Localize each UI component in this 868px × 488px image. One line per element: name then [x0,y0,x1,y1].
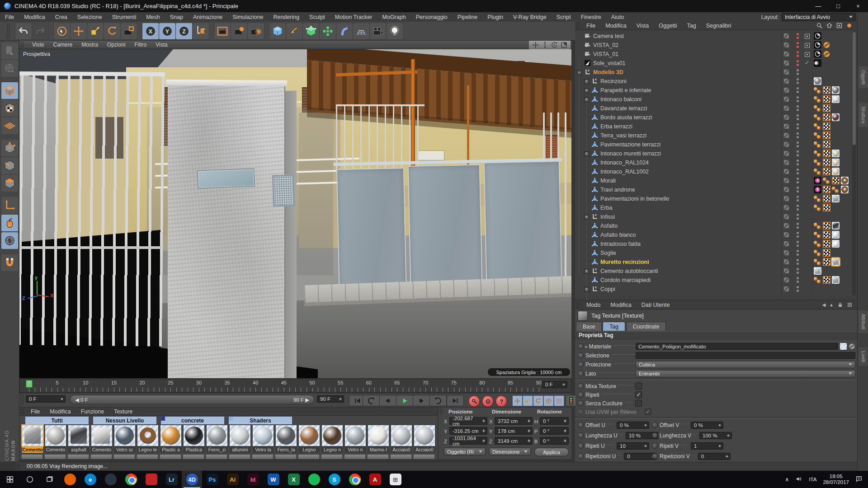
visibility-dots[interactable] [797,203,799,212]
material-thumbnail-tag[interactable] [841,177,849,184]
render-settings-button[interactable] [248,23,264,39]
phong-tag[interactable] [832,186,840,193]
proiezione-dropdown[interactable]: Cubica [636,361,855,368]
menu-item-pipeline[interactable]: Pipeline [453,14,482,20]
animation-dot[interactable] [578,443,584,449]
animation-dot[interactable] [578,361,584,367]
minimize-button[interactable]: — [808,0,828,12]
close-button[interactable]: × [848,0,868,12]
texture-tag[interactable] [823,104,830,112]
spline-pen-button[interactable] [286,23,302,39]
menu-item-mostra[interactable]: Mostra [77,42,103,48]
menu-item-modifica[interactable]: Modifica [45,408,76,415]
phong-tag[interactable] [814,231,821,239]
attribute-manager-grip[interactable] [576,301,580,308]
object-row-intonaco-muretti-terrazzi[interactable]: +Intonaco muretti terrazzi [575,149,857,158]
material-cemento[interactable]: Cemento [45,425,66,453]
primitive-cube-button[interactable] [269,23,286,39]
lock-icon[interactable] [837,302,843,308]
animation-dot[interactable] [578,371,584,376]
protection-tag[interactable] [823,50,830,58]
object-row-recinzioni[interactable]: +0Recinzioni [575,77,857,86]
record-keyframe-button[interactable] [468,395,480,407]
play-button[interactable] [396,395,413,406]
language-indicator[interactable]: ITA [809,477,816,482]
ripeti-v-input[interactable]: 1 [691,442,723,450]
viewport-capture-button[interactable] [1,215,18,231]
skype-icon[interactable]: S [324,471,344,488]
visibility-dots[interactable] [797,194,799,203]
material-thumbnail-tag[interactable] [832,113,840,121]
texture-mode-button[interactable] [1,100,18,117]
visibility-dots[interactable] [797,249,799,258]
visibility-dots[interactable] [797,176,799,185]
add-view-icon[interactable] [836,22,843,29]
menu-item-modifica[interactable]: Modifica [19,14,50,20]
timeline-ruler[interactable]: 0 F 051015202530354045505560657075808590 [19,379,571,393]
cinema4d-icon[interactable]: 4D [182,471,202,488]
layer-toggle[interactable] [784,70,789,75]
expand-toggle[interactable]: + [584,269,589,274]
layer-toggle[interactable] [784,33,789,38]
menu-item-motion-tracker[interactable]: Motion Tracker [330,14,377,20]
previous-frame-button[interactable] [379,395,396,406]
camera-tag[interactable] [814,32,821,40]
phong-tag[interactable] [814,222,821,230]
menu-item-vista[interactable]: Vista [632,23,654,29]
lock-x-button[interactable]: X [142,23,159,39]
layer-toggle[interactable] [784,250,789,255]
layer-tab-tutti[interactable]: Tutti [25,416,89,425]
animation-dot[interactable] [652,422,658,428]
layout-select[interactable]: Interfaccia di Avvio [782,13,856,21]
key-position-toggle[interactable] [512,395,523,406]
material-thumbnail-tag[interactable] [832,150,840,157]
history-nav-icon[interactable]: ◀ [822,302,826,307]
edge-icon[interactable]: e [80,471,100,488]
polygons-mode-button[interactable] [1,175,18,192]
search-icon[interactable] [816,22,823,29]
magnet-tool-button[interactable] [1,254,18,271]
texture-tag[interactable] [823,195,830,202]
selezione-input[interactable] [636,352,855,359]
goto-end-button[interactable] [447,395,464,406]
rotation-b-input[interactable]: 0 ° [540,437,569,445]
menu-item-file[interactable]: File [0,14,19,20]
autokey-button[interactable] [482,395,494,407]
menu-item-modifica[interactable]: Modifica [600,23,632,29]
record-options-button[interactable]: ? [495,395,507,407]
layer-toggle[interactable] [784,187,789,192]
material-thumbnail-tag[interactable] [832,195,840,202]
texture-tag[interactable] [823,159,830,166]
material-thumbnail-tag[interactable] [832,240,840,248]
dimension-mode-dropdown[interactable]: Dimensione [489,448,531,455]
ripeti-checkbox[interactable]: ✓ [635,391,642,398]
object-row-vista-02[interactable]: VISTA_02 [575,41,857,50]
coordinate-system-button[interactable] [193,23,209,39]
position-x-input[interactable]: -202.687 cm [449,417,487,425]
expand-toggle[interactable]: + [584,215,589,220]
animation-dot[interactable] [578,409,584,415]
texture-tag[interactable] [823,186,830,193]
firefox-icon[interactable] [60,471,80,488]
key-parameter-toggle[interactable]: P [543,395,554,406]
menu-item-filtro[interactable]: Filtro [130,42,151,48]
phong-tag[interactable] [814,141,821,148]
menu-item-aiuto[interactable]: Aiuto [606,14,629,20]
animation-dot[interactable] [578,352,584,358]
animation-dot[interactable] [578,343,584,349]
texture-preview-icon[interactable] [840,343,847,350]
zoom-view-button[interactable] [541,41,549,49]
senza-cuciture-checkbox[interactable] [635,400,642,407]
chrome-secondary-icon[interactable] [344,471,365,488]
object-row-pavimentazione-terrazzi[interactable]: Pavimentazione terrazzi [575,140,857,149]
expand-toggle[interactable]: − [577,70,582,75]
next-frame-button[interactable] [413,395,430,406]
object-row-asfalto[interactable]: Asfalto [575,221,857,230]
menu-item-segnalibri[interactable]: Segnalibri [701,23,736,29]
active-camera-toggle[interactable] [805,52,810,57]
visibility-dots[interactable] [797,167,799,176]
object-row-terra-vasi-terrazzi[interactable]: Terra_vasi terrazzi [575,131,857,140]
side-tab-attributi[interactable]: Attributi [859,310,868,333]
object-row-erba-terrazzi[interactable]: Erba terrazzi [575,122,857,131]
model-mode-button[interactable] [1,82,18,99]
